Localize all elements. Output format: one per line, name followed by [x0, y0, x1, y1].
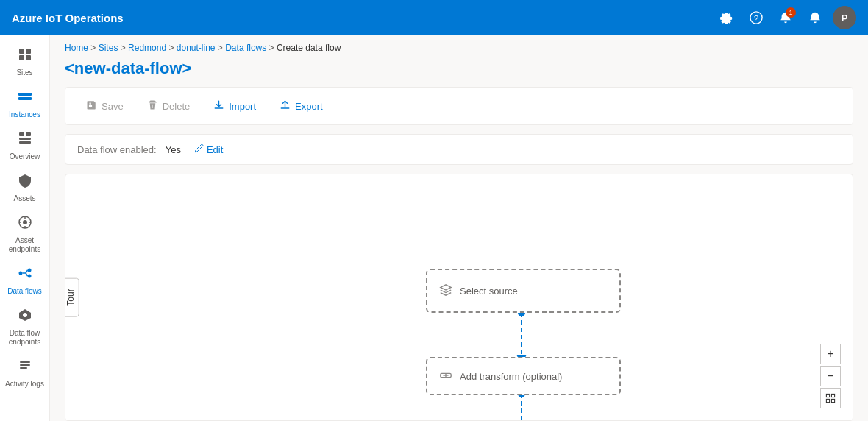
- sidebar-item-asset-endpoints-label: Asset endpoints: [4, 236, 46, 254]
- sidebar-item-activity-logs-label: Activity logs: [5, 380, 44, 389]
- transform-node-label: Add transform (optional): [460, 371, 562, 382]
- notification-bell-2-button[interactable]: [803, 6, 827, 29]
- svg-point-15: [23, 220, 27, 224]
- delete-label: Delete: [163, 101, 191, 112]
- export-label: Export: [295, 101, 323, 112]
- sidebar: Sites Instances Overview Assets: [0, 35, 50, 421]
- topbar-icons: ? 1 P: [715, 6, 856, 29]
- sidebar-item-asset-endpoints[interactable]: Asset endpoints: [1, 209, 49, 260]
- transform-node[interactable]: Add transform (optional): [426, 357, 621, 395]
- save-label: Save: [102, 101, 124, 112]
- svg-rect-12: [19, 138, 31, 140]
- sidebar-item-overview[interactable]: Overview: [1, 125, 49, 167]
- svg-rect-26: [20, 364, 30, 366]
- status-value: Yes: [166, 144, 181, 155]
- main-layout: Sites Instances Overview Assets: [0, 35, 868, 421]
- svg-rect-4: [19, 55, 24, 60]
- breadcrumb-redmond[interactable]: Redmond: [128, 43, 166, 53]
- asset-endpoints-icon: [18, 215, 32, 233]
- data-flow-endpoints-icon: [18, 308, 32, 326]
- activity-logs-icon: [18, 358, 32, 377]
- svg-rect-10: [19, 132, 24, 136]
- notification-badge: 1: [786, 7, 796, 18]
- sidebar-item-data-flows[interactable]: Data flows: [1, 260, 49, 302]
- sidebar-item-assets[interactable]: Assets: [1, 167, 49, 209]
- svg-rect-2: [19, 49, 24, 54]
- export-button[interactable]: Export: [271, 95, 332, 117]
- edit-label: Edit: [207, 144, 223, 155]
- export-icon: [280, 99, 291, 113]
- import-icon: [213, 99, 224, 113]
- app-title: Azure IoT Operations: [12, 12, 124, 24]
- breadcrumb: Home > Sites > Redmond > donut-line > Da…: [50, 35, 868, 57]
- svg-point-8: [20, 93, 21, 95]
- breadcrumb-donut-line[interactable]: donut-line: [177, 43, 216, 53]
- status-bar: Data flow enabled: Yes Edit: [65, 134, 853, 165]
- svg-rect-41: [826, 399, 829, 402]
- source-node-icon: [439, 283, 452, 299]
- edit-icon: [194, 144, 204, 155]
- import-button[interactable]: Import: [204, 95, 265, 117]
- delete-button[interactable]: Delete: [138, 95, 199, 117]
- breadcrumb-sites[interactable]: Sites: [99, 43, 118, 53]
- edit-button[interactable]: Edit: [190, 142, 227, 157]
- breadcrumb-current: Create data flow: [277, 43, 341, 53]
- zoom-in-button[interactable]: +: [820, 344, 841, 364]
- topbar: Azure IoT Operations ? 1 P: [0, 0, 868, 35]
- instances-icon: [18, 89, 32, 107]
- help-button[interactable]: ?: [744, 6, 768, 29]
- svg-point-21: [27, 269, 31, 272]
- svg-rect-27: [20, 367, 27, 369]
- tour-label[interactable]: Tour: [65, 277, 79, 316]
- sidebar-item-sites-label: Sites: [16, 68, 32, 77]
- svg-rect-40: [831, 394, 834, 397]
- assets-icon: [18, 173, 32, 191]
- sidebar-item-instances-label: Instances: [9, 110, 40, 119]
- svg-rect-39: [826, 394, 829, 397]
- avatar-button[interactable]: P: [833, 6, 856, 29]
- zoom-out-button[interactable]: −: [820, 366, 841, 386]
- svg-rect-25: [20, 361, 30, 363]
- breadcrumb-home[interactable]: Home: [65, 43, 88, 53]
- settings-button[interactable]: [715, 6, 739, 29]
- page-title: <new-data-flow>: [50, 57, 868, 87]
- svg-rect-13: [19, 141, 31, 144]
- sites-icon: [18, 47, 32, 66]
- sidebar-item-data-flow-endpoints[interactable]: Data flow endpoints: [1, 302, 49, 353]
- sidebar-item-data-flow-endpoints-label: Data flow endpoints: [4, 329, 46, 347]
- sidebar-item-activity-logs[interactable]: Activity logs: [1, 353, 49, 395]
- svg-rect-42: [831, 399, 834, 402]
- content-area: Home > Sites > Redmond > donut-line > Da…: [50, 35, 868, 421]
- zoom-controls: + −: [820, 344, 841, 408]
- sidebar-item-assets-label: Assets: [13, 194, 35, 203]
- sidebar-item-sites[interactable]: Sites: [1, 41, 49, 83]
- svg-rect-11: [26, 132, 31, 136]
- svg-point-22: [27, 275, 31, 278]
- data-flows-icon: [18, 266, 32, 284]
- svg-text:?: ?: [754, 13, 759, 23]
- breadcrumb-data-flows[interactable]: Data flows: [225, 43, 266, 53]
- notification-bell-1-button[interactable]: 1: [774, 6, 797, 29]
- import-label: Import: [229, 101, 256, 112]
- delete-icon: [147, 99, 158, 113]
- flow-canvas: Tour Select source: [65, 174, 853, 421]
- svg-point-24: [23, 313, 27, 317]
- sidebar-item-data-flows-label: Data flows: [7, 287, 42, 296]
- svg-point-9: [20, 98, 21, 99]
- toolbar: Save Delete Import Export: [65, 87, 853, 125]
- save-button[interactable]: Save: [77, 95, 132, 117]
- svg-rect-3: [26, 49, 31, 54]
- overview-icon: [18, 131, 32, 149]
- save-icon: [86, 99, 97, 113]
- transform-node-icon: [439, 369, 452, 384]
- select-source-node[interactable]: Select source: [426, 269, 621, 313]
- sidebar-item-instances[interactable]: Instances: [1, 83, 49, 125]
- svg-point-20: [18, 272, 22, 275]
- sidebar-item-overview-label: Overview: [10, 152, 40, 161]
- svg-rect-5: [26, 55, 31, 60]
- status-label: Data flow enabled:: [77, 144, 157, 155]
- source-node-label: Select source: [460, 286, 518, 297]
- zoom-reset-button[interactable]: [820, 388, 841, 408]
